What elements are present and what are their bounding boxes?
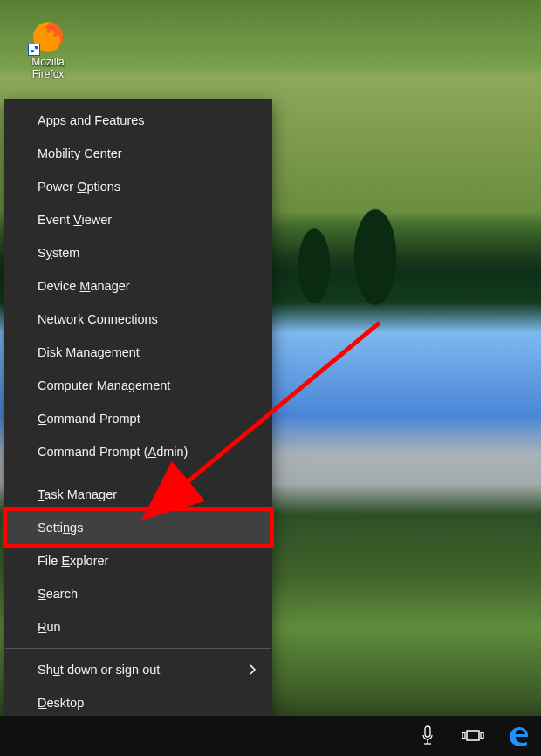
firefox-icon <box>30 17 66 54</box>
menu-item-label: Event Viewer <box>38 213 112 227</box>
menu-item-label: Shut down or sign out <box>38 663 160 677</box>
svg-rect-5 <box>467 731 479 740</box>
menu-item[interactable]: File Explorer <box>4 544 272 577</box>
menu-item-label: Run <box>38 620 61 634</box>
winx-context-menu: Apps and FeaturesMobility CenterPower Op… <box>4 99 272 725</box>
task-view-button[interactable] <box>450 716 496 756</box>
menu-separator <box>5 648 271 649</box>
microphone-icon <box>421 725 435 746</box>
menu-item-label: Search <box>38 587 78 601</box>
menu-item[interactable]: Power Options <box>4 170 272 203</box>
desktop-icon-label: Mozilla Firefox <box>14 56 82 80</box>
taskbar <box>0 716 541 756</box>
menu-item[interactable]: Event Viewer <box>4 203 272 236</box>
menu-item[interactable]: Search <box>4 577 272 610</box>
menu-item-label: Command Prompt <box>38 412 140 426</box>
menu-item[interactable]: System <box>4 236 272 269</box>
menu-item[interactable]: Settings <box>4 511 272 544</box>
menu-item-label: Device Manager <box>38 279 130 293</box>
menu-item-label: System <box>38 246 79 260</box>
shortcut-overlay-icon <box>28 44 40 56</box>
menu-item-label: Mobility Center <box>38 146 122 160</box>
menu-separator <box>5 473 271 473</box>
menu-item-label: Power Options <box>38 180 120 194</box>
menu-item[interactable]: Mobility Center <box>4 137 272 170</box>
menu-item-label: Disk Management <box>38 345 140 359</box>
task-view-icon <box>462 727 484 745</box>
menu-item-label: Network Connections <box>38 312 158 326</box>
menu-item[interactable]: Command Prompt <box>4 402 272 435</box>
menu-item[interactable]: Desktop <box>4 686 272 719</box>
svg-rect-6 <box>462 733 465 739</box>
edge-icon <box>507 725 530 747</box>
menu-item[interactable]: Apps and Features <box>4 104 272 137</box>
svg-rect-2 <box>425 726 430 737</box>
menu-item-label: Desktop <box>38 696 84 710</box>
menu-item[interactable]: Shut down or sign out <box>4 653 272 686</box>
menu-item-label: Task Manager <box>38 487 117 501</box>
menu-item[interactable]: Run <box>4 610 272 644</box>
menu-item[interactable]: Command Prompt (Admin) <box>4 435 272 468</box>
menu-item[interactable]: Computer Management <box>4 369 272 402</box>
menu-item[interactable]: Device Manager <box>4 269 272 303</box>
edge-button[interactable] <box>496 716 541 756</box>
svg-rect-7 <box>481 733 483 739</box>
chevron-right-icon <box>250 664 257 675</box>
menu-item-label: Computer Management <box>38 378 170 392</box>
menu-item[interactable]: Disk Management <box>4 336 272 369</box>
cortana-button[interactable] <box>405 716 450 756</box>
desktop-icon-firefox[interactable]: Mozilla Firefox <box>14 17 82 80</box>
menu-item[interactable]: Network Connections <box>4 303 272 336</box>
menu-item-label: File Explorer <box>38 554 108 568</box>
menu-item[interactable]: Task Manager <box>4 478 272 511</box>
menu-item-label: Command Prompt (Admin) <box>38 445 188 459</box>
menu-item-label: Settings <box>38 521 83 535</box>
menu-item-label: Apps and Features <box>38 113 145 127</box>
